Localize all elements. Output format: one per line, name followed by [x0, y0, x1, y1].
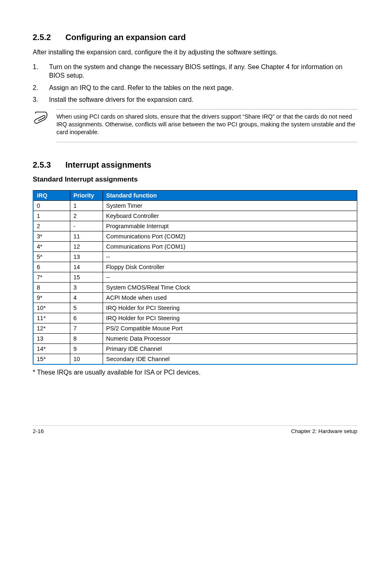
heading-title: Configuring an expansion card	[65, 33, 186, 42]
cell-priority: 3	[70, 282, 103, 292]
cell-irq: 0	[33, 200, 70, 211]
subheading: Standard Interrupt assignments	[33, 175, 357, 184]
cell-irq: 12*	[33, 323, 70, 333]
th-priority: Priority	[70, 190, 103, 200]
step-number: 2.	[33, 83, 49, 92]
cell-func: PS/2 Compatible Mouse Port	[103, 323, 357, 333]
cell-priority: 15	[70, 272, 103, 282]
table-row: 614Floppy Disk Controller	[33, 262, 357, 272]
cell-func: Programmable Interrupt	[103, 221, 357, 231]
table-row: 5*13--	[33, 251, 357, 262]
table-row: 83System CMOS/Real Time Clock	[33, 282, 357, 292]
table-row: 12*7PS/2 Compatible Mouse Port	[33, 323, 357, 333]
cell-func: Floppy Disk Controller	[103, 262, 357, 272]
cell-irq: 2	[33, 221, 70, 231]
cell-priority: 2	[70, 211, 103, 221]
table-row: 138Numeric Data Processor	[33, 333, 357, 343]
table-row: 01System Timer	[33, 200, 357, 211]
step-text: Install the software drivers for the exp…	[49, 95, 193, 104]
cell-func: ACPI Mode when used	[103, 292, 357, 303]
heading-252: 2.5.2 Configuring an expansion card	[33, 33, 357, 42]
cell-irq: 11*	[33, 313, 70, 323]
cell-func: Primary IDE Channel	[103, 343, 357, 354]
table-footnote: * These IRQs are usually available for I…	[33, 369, 357, 376]
cell-func: System CMOS/Real Time Clock	[103, 282, 357, 292]
cell-func: Numeric Data Processor	[103, 333, 357, 343]
cell-irq: 7*	[33, 272, 70, 282]
cell-func: Communications Port (COM1)	[103, 241, 357, 251]
cell-irq: 3*	[33, 231, 70, 241]
th-func: Standard function	[103, 190, 357, 200]
paperclip-icon	[33, 111, 49, 126]
step-text: Turn on the system and change the necess…	[49, 63, 357, 80]
cell-func: --	[103, 272, 357, 282]
cell-irq: 9*	[33, 292, 70, 303]
table-header-row: IRQ Priority Standard function	[33, 190, 357, 200]
cell-func: IRQ Holder for PCI Steering	[103, 303, 357, 313]
table-row: 2-Programmable Interrupt	[33, 221, 357, 231]
cell-irq: 14*	[33, 343, 70, 354]
note-block: When using PCI cards on shared slots, en…	[33, 108, 357, 146]
cell-func: --	[103, 251, 357, 262]
heading-253: 2.5.3 Interrupt assignments	[33, 160, 357, 170]
note-text: When using PCI cards on shared slots, en…	[56, 109, 357, 142]
cell-func: Secondary IDE Channel	[103, 354, 357, 364]
cell-priority: 12	[70, 241, 103, 251]
cell-priority: 8	[70, 333, 103, 343]
table-row: 11*6IRQ Holder for PCI Steering	[33, 313, 357, 323]
cell-func: Communications Port (COM2)	[103, 231, 357, 241]
cell-irq: 5*	[33, 251, 70, 262]
cell-priority: 13	[70, 251, 103, 262]
table-row: 10*5IRQ Holder for PCI Steering	[33, 303, 357, 313]
cell-func: System Timer	[103, 200, 357, 211]
cell-irq: 4*	[33, 241, 70, 251]
step-item: 2. Assign an IRQ to the card. Refer to t…	[33, 83, 357, 92]
cell-priority: 10	[70, 354, 103, 364]
cell-irq: 13	[33, 333, 70, 343]
table-row: 7*15--	[33, 272, 357, 282]
cell-priority: 1	[70, 200, 103, 211]
step-item: 3. Install the software drivers for the …	[33, 95, 357, 104]
step-text: Assign an IRQ to the card. Refer to the …	[49, 83, 233, 92]
page-footer: 2-16 Chapter 2: Hardware setup	[33, 425, 357, 434]
chapter-label: Chapter 2: Hardware setup	[291, 428, 357, 434]
cell-priority: 11	[70, 231, 103, 241]
step-number: 3.	[33, 95, 49, 104]
cell-priority: 7	[70, 323, 103, 333]
table-row: 3*11Communications Port (COM2)	[33, 231, 357, 241]
cell-priority: 4	[70, 292, 103, 303]
heading-number: 2.5.2	[33, 33, 65, 42]
page-number: 2-16	[33, 428, 44, 434]
heading-title: Interrupt assignments	[65, 160, 151, 170]
cell-irq: 6	[33, 262, 70, 272]
cell-irq: 10*	[33, 303, 70, 313]
cell-func: Keyboard Controller	[103, 211, 357, 221]
heading-number: 2.5.3	[33, 160, 65, 170]
cell-irq: 1	[33, 211, 70, 221]
th-irq: IRQ	[33, 190, 70, 200]
table-row: 14*9Primary IDE Channel	[33, 343, 357, 354]
cell-priority: 5	[70, 303, 103, 313]
table-row: 9*4ACPI Mode when used	[33, 292, 357, 303]
irq-table: IRQ Priority Standard function 01System …	[33, 190, 357, 365]
table-row: 4*12Communications Port (COM1)	[33, 241, 357, 251]
intro-paragraph: After installing the expansion card, con…	[33, 48, 357, 57]
step-item: 1. Turn on the system and change the nec…	[33, 63, 357, 80]
cell-priority: -	[70, 221, 103, 231]
cell-priority: 6	[70, 313, 103, 323]
cell-func: IRQ Holder for PCI Steering	[103, 313, 357, 323]
steps-list: 1. Turn on the system and change the nec…	[33, 63, 357, 104]
cell-irq: 8	[33, 282, 70, 292]
table-row: 12Keyboard Controller	[33, 211, 357, 221]
step-number: 1.	[33, 63, 49, 80]
cell-priority: 14	[70, 262, 103, 272]
table-row: 15*10Secondary IDE Channel	[33, 354, 357, 364]
cell-priority: 9	[70, 343, 103, 354]
cell-irq: 15*	[33, 354, 70, 364]
